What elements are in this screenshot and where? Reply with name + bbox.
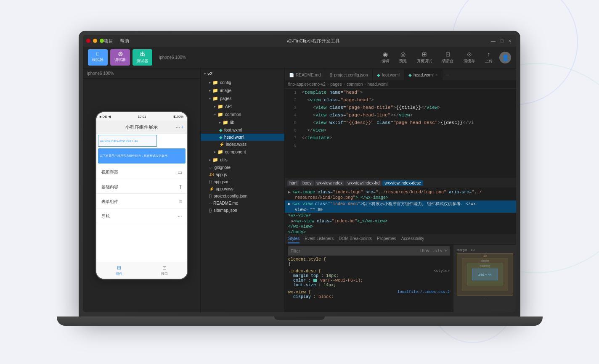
app-js-label: app.js	[216, 172, 227, 177]
margin-bottom-val: -	[484, 297, 485, 300]
minus-icon[interactable]: —	[489, 38, 497, 43]
debugger-button[interactable]: ◎ 调试器	[110, 49, 130, 66]
style-close-element: }	[288, 262, 450, 266]
code-content-4: <view class="page-head-line"></view>	[302, 113, 413, 118]
menu-project[interactable]: 项目	[104, 38, 113, 44]
ins-tab-accessibility[interactable]: Accessibility	[401, 235, 424, 243]
breadcrumb-root[interactable]: fino-applet-demo-v2	[288, 82, 326, 87]
close-button[interactable]	[86, 39, 90, 43]
phone-nav-dots[interactable]: ··· +	[176, 125, 183, 130]
index-wxss-label: index.wxss	[226, 142, 246, 147]
source-tag-body[interactable]: body	[300, 180, 314, 186]
styles-filter-input[interactable]	[291, 249, 419, 253]
file-gitignore[interactable]: ○ .gitignore	[201, 164, 284, 171]
folder-pages[interactable]: 📁 pages	[201, 95, 284, 103]
main-content: iphone6 100% ■IDE ◀ 10:01 ▮100% 小程序组件展示	[83, 69, 516, 312]
section-nav[interactable]: 导航 ···	[96, 210, 187, 223]
style-link[interactable]: localfile:/.index.css:2	[398, 290, 450, 295]
debugger-icon: ◎	[118, 51, 122, 57]
section-basic-content[interactable]: 基础内容 T	[96, 181, 187, 194]
preview-action[interactable]: ◎ 预览	[396, 49, 410, 66]
folder-lib[interactable]: 📁 lib	[201, 119, 284, 127]
tab-interfaces-label: 接口	[161, 272, 168, 276]
breadcrumb-common[interactable]: common	[347, 82, 363, 87]
code-editor[interactable]: 1 <template name="head"> 2 <view class="…	[285, 89, 516, 178]
style-selector-row: .index-desc { <style>	[288, 269, 450, 274]
section-form[interactable]: 表单组件 ≡	[96, 195, 187, 208]
source-tag-wx-view-index[interactable]: wx-view.index	[315, 180, 345, 186]
code-content-5: <view wx:if="{{desc}}" class="page-head-…	[302, 120, 474, 125]
breadcrumb-pages[interactable]: pages	[330, 82, 342, 87]
pages-folder-icon: 📁	[212, 96, 218, 101]
box-model-bottom-vals: -	[457, 297, 513, 300]
ins-tab-event-listeners[interactable]: Event Listeners	[305, 235, 334, 243]
file-app-js[interactable]: JS app.js	[201, 171, 284, 178]
minimize-button[interactable]	[93, 39, 97, 43]
tab-interfaces[interactable]: ⊡ 接口	[142, 262, 187, 279]
more-tabs-button[interactable]: ···	[443, 69, 453, 80]
file-head-wxml[interactable]: ◆ head.wxml	[201, 134, 284, 141]
ins-tab-styles[interactable]: Styles	[288, 235, 300, 243]
tab-foot-wxml[interactable]: ◆ foot.wxml	[373, 69, 404, 80]
tab-components[interactable]: ⊞ 组件	[96, 262, 142, 279]
app-wxss-icon: ⚡	[209, 187, 214, 191]
code-content-1: <template name="head">	[302, 90, 363, 95]
close-icon[interactable]: ×	[507, 38, 513, 43]
lib-folder-icon: 📁	[223, 120, 228, 125]
ins-tab-dom-breakpoints[interactable]: DOM Breakpoints	[339, 235, 372, 243]
source-tag-html[interactable]: html	[287, 180, 300, 186]
file-project-config[interactable]: {} project.config.json	[201, 193, 284, 200]
file-foot-wxml[interactable]: ◆ foot.wxml	[201, 127, 284, 134]
clear-cache-action[interactable]: ⊙ 清缓存	[460, 49, 478, 66]
head-tab-close[interactable]: ×	[435, 73, 438, 77]
phone-status-bar: ■IDE ◀ 10:01 ▮100%	[96, 112, 187, 121]
line-num-5: 5	[286, 121, 297, 125]
head-tab-icon: ◆	[408, 73, 412, 77]
tab-head-wxml[interactable]: ◆ head.wxml ×	[404, 69, 443, 80]
ins-tab-properties[interactable]: Properties	[377, 235, 396, 243]
folder-component[interactable]: 📁 component	[201, 148, 284, 156]
simulator-button[interactable]: □ 模拟器	[88, 49, 108, 66]
html-line-5: <wx-view>	[285, 213, 516, 218]
folder-image[interactable]: 📁 image	[201, 87, 284, 95]
source-tag-wx-view-index-hd[interactable]: wx-view.index-hd	[345, 180, 382, 186]
styles-filter-bar: :hov .cls +	[288, 246, 450, 256]
expand-icon: +	[181, 125, 184, 130]
editor-tabs: 📄 README.md {} project.config.json ◆ foo…	[285, 69, 516, 80]
breadcrumb-file[interactable]: head.wxml	[368, 82, 388, 87]
folder-api[interactable]: 📁 API	[201, 103, 284, 111]
tab-readme[interactable]: 📄 README.md	[285, 69, 325, 80]
file-sitemap[interactable]: {} sitemap.json	[201, 207, 284, 214]
tab-project-config[interactable]: {} project.config.json	[325, 69, 372, 80]
folder-config[interactable]: 📁 config	[201, 79, 284, 87]
folder-utils[interactable]: 📁 utils	[201, 156, 284, 164]
section-view-container[interactable]: 视图容器 ▭	[96, 166, 187, 179]
maximize-button[interactable]	[100, 39, 104, 43]
real-device-label: 真机调试	[417, 58, 432, 64]
window-controls	[86, 39, 104, 43]
tester-button[interactable]: 出 测试器	[133, 49, 152, 66]
square-icon[interactable]: □	[499, 38, 505, 43]
image-chevron-icon	[209, 89, 211, 92]
upload-action[interactable]: ↑ 上传	[482, 49, 496, 66]
avatar[interactable]: 👤	[499, 52, 511, 63]
source-tag-wx-view-index-desc[interactable]: wx-view.index-desc	[382, 180, 423, 186]
sitemap-icon: {}	[209, 208, 212, 213]
edit-action[interactable]: ◉ 编辑	[378, 49, 392, 66]
file-readme[interactable]: ○ README.md	[201, 200, 284, 207]
device-info: iphone6 100%	[159, 55, 186, 60]
menu-help[interactable]: 帮助	[120, 38, 129, 44]
line-num-8: 8	[286, 143, 297, 148]
foot-wxml-label: foot.wxml	[224, 128, 242, 132]
file-index-wxss[interactable]: ⚡ index.wxss	[201, 141, 284, 148]
file-app-wxss[interactable]: ⚡ app.wxss	[201, 185, 284, 193]
html-line-3[interactable]: ▶ <wx-view class="index-desc" >以下将展示小程序官…	[285, 200, 516, 207]
style-rule-wx-view: wx-view { localfile:/.index.css:2 displa…	[288, 290, 450, 299]
background-action[interactable]: ⊡ 切后台	[439, 49, 457, 66]
file-app-json[interactable]: {} app.json	[201, 178, 284, 185]
folder-common[interactable]: 📁 common	[201, 111, 284, 119]
phone-battery: ▮100%	[173, 115, 183, 119]
style-prop-name-2: color	[293, 278, 306, 283]
real-device-action[interactable]: ⊞ 真机调试	[413, 49, 435, 66]
pseudo-hint[interactable]: :hov .cls +	[419, 249, 447, 253]
